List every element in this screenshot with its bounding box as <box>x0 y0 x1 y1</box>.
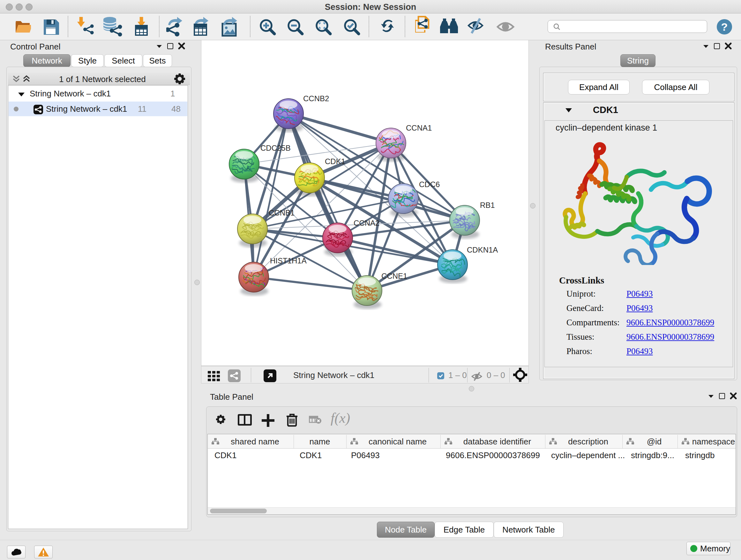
svg-text:CDC6: CDC6 <box>419 180 440 189</box>
svg-text:CCNE1: CCNE1 <box>381 272 407 280</box>
svg-text:CDK1: CDK1 <box>325 157 345 166</box>
svg-text:RB1: RB1 <box>480 201 495 209</box>
svg-text:CCNA1: CCNA1 <box>406 124 432 132</box>
svg-text:CCNB2: CCNB2 <box>303 94 329 103</box>
svg-text:CCNB1: CCNB1 <box>269 208 294 217</box>
svg-text:HIST1H1A: HIST1H1A <box>270 256 307 265</box>
svg-text:CDC25B: CDC25B <box>260 144 291 152</box>
svg-text:CCNA2: CCNA2 <box>354 219 380 227</box>
svg-text:CDKN1A: CDKN1A <box>467 246 498 254</box>
